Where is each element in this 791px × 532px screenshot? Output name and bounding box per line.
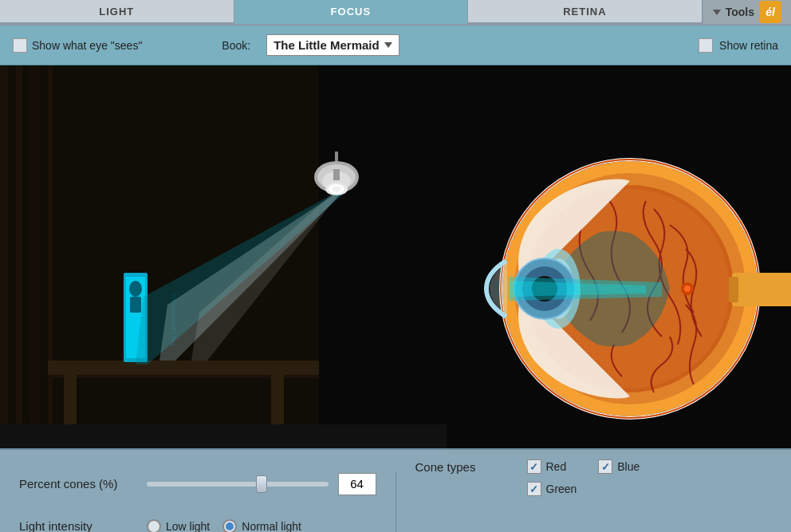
red-cone-option[interactable]: ✓ Red [527,459,567,474]
light-intensity-label: Light intensity [19,519,147,532]
book-label: Book: [222,39,250,52]
light-intensity-row: Light intensity Low light Normal light [19,519,376,533]
show-eye-sees-label[interactable]: Show what eye "sees" [13,38,142,53]
red-cone-checkbox[interactable]: ✓ [527,459,541,474]
show-retina-checkbox[interactable] [699,38,713,53]
blue-cone-checkbox[interactable]: ✓ [598,459,612,474]
tools-label: Tools [726,6,754,18]
blue-cone-checkmark: ✓ [601,461,610,473]
percent-cones-track [147,482,329,487]
cone-types-row: Cone types ✓ Red ✓ Blue [415,459,773,474]
normal-light-radio[interactable] [222,519,237,533]
normal-light-option[interactable]: Normal light [222,519,301,533]
percent-cones-row: Percent cones (%) 64 [19,473,376,495]
right-panel: Cone types ✓ Red ✓ Blue [415,459,773,532]
tab-light-label: LIGHT [99,6,134,18]
show-retina-label[interactable]: Show retina [699,38,778,53]
show-eye-sees-text: Show what eye "sees" [32,39,142,52]
svg-rect-5 [48,65,53,448]
panel-divider [396,471,396,533]
tab-retina[interactable]: RETINA [468,0,702,24]
show-eye-sees-checkbox[interactable] [13,38,27,53]
svg-rect-3 [16,65,22,448]
book-dropdown-arrow-icon [384,42,392,48]
tab-focus-label: FOCUS [331,6,372,18]
tab-focus[interactable]: FOCUS [234,0,469,24]
percent-cones-slider-container [147,476,329,492]
normal-light-text: Normal light [242,520,301,533]
blue-cone-option[interactable]: ✓ Blue [598,459,639,474]
tabs-bar: LIGHT FOCUS RETINA Tools él [0,0,791,26]
percent-cones-number: 64 [350,477,364,491]
green-cone-checkbox[interactable]: ✓ [527,482,541,496]
green-cone-checkmark: ✓ [529,483,538,495]
percent-cones-thumb[interactable] [256,475,267,493]
percent-cones-label: Percent cones (%) [19,477,147,491]
bottom-panel: Percent cones (%) 64 Light intensity [0,448,791,532]
left-controls: Percent cones (%) 64 Light intensity [19,459,376,532]
svg-rect-6 [48,361,319,375]
normal-light-radio-fill [226,522,234,530]
green-cone-row: ✓ Green [415,482,773,496]
main-scene: The Little Mermaid [0,65,791,448]
svg-rect-39 [732,273,791,306]
red-cone-label: Red [546,460,567,473]
low-light-text: Low light [166,520,210,533]
cone-types-label: Cone types [415,460,495,474]
tools-dropdown-icon [713,10,721,15]
book-value: The Little Mermaid [274,38,380,52]
percent-cones-value: 64 [338,473,376,495]
tab-retina-label: RETINA [563,6,606,18]
svg-rect-4 [30,65,40,448]
green-cone-label: Green [546,483,577,495]
svg-rect-40 [729,277,738,302]
tab-light[interactable]: LIGHT [0,0,234,24]
red-cone-checkmark: ✓ [529,461,538,473]
low-light-radio[interactable] [147,519,161,533]
book-dropdown[interactable]: The Little Mermaid [266,34,399,56]
show-retina-text: Show retina [719,39,778,52]
svg-rect-14 [130,297,141,313]
scene-svg: The Little Mermaid [0,65,791,448]
blue-cone-label: Blue [617,460,639,473]
controls-bar: Show what eye "sees" Book: The Little Me… [0,26,791,65]
tools-button[interactable]: Tools él [702,0,791,24]
low-light-option[interactable]: Low light [147,519,210,533]
svg-rect-26 [0,424,447,448]
green-cone-option[interactable]: ✓ Green [527,482,577,496]
svg-point-42 [684,286,691,292]
svg-point-13 [129,281,142,297]
bottom-controls: Percent cones (%) 64 Light intensity [19,459,772,532]
svg-rect-22 [333,169,340,180]
svg-rect-2 [0,65,8,448]
svg-point-21 [332,186,341,192]
light-intensity-radio-group: Low light Normal light [147,519,301,533]
tools-brand-icon: él [759,1,781,23]
